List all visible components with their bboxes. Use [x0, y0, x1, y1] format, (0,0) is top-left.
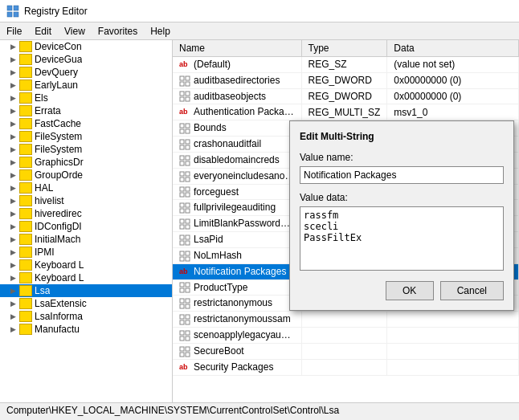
expand-icon[interactable]: ▶: [6, 222, 19, 230]
svg-rect-25: [186, 172, 190, 176]
expand-icon[interactable]: ▶: [6, 274, 19, 282]
cell-name: abAuthentication Packages: [173, 104, 301, 120]
expand-icon[interactable]: ▶: [6, 197, 19, 205]
svg-rect-49: [186, 283, 190, 287]
tree-item[interactable]: ▶InitialMach: [0, 233, 172, 246]
table-row[interactable]: SecureBoot: [173, 343, 519, 359]
tree-item[interactable]: ▶EarlyLaun: [0, 79, 172, 92]
tree-item[interactable]: ▶Els: [0, 92, 172, 104]
expand-icon[interactable]: ▶: [6, 81, 19, 89]
svg-rect-7: [186, 82, 190, 86]
expand-icon[interactable]: ▶: [6, 120, 19, 128]
tree-item[interactable]: ▶IPMI: [0, 246, 172, 259]
tree-item[interactable]: ▶GraphicsDr: [0, 156, 172, 169]
status-text: Computer\HKEY_LOCAL_MACHINE\SYSTEM\Curre…: [6, 405, 339, 416]
svg-rect-60: [180, 331, 184, 335]
edit-multistring-dialog: Edit Multi-String Value name: Value data…: [289, 120, 514, 311]
expand-icon[interactable]: ▶: [6, 312, 19, 320]
expand-icon[interactable]: ▶: [6, 325, 19, 333]
cell-type: REG_DWORD: [301, 72, 387, 88]
tree-item[interactable]: ▶hiveredirec: [0, 207, 172, 220]
expand-icon[interactable]: ▶: [6, 43, 19, 51]
ok-button[interactable]: OK: [386, 281, 434, 300]
expand-icon[interactable]: ▶: [6, 133, 19, 141]
expand-icon[interactable]: ▶: [6, 300, 19, 308]
svg-rect-62: [180, 336, 184, 340]
app-icon: [6, 5, 19, 18]
svg-rect-36: [180, 219, 184, 223]
table-row[interactable]: auditbaseobjectsREG_DWORD0x00000000 (0): [173, 88, 519, 104]
svg-rect-58: [180, 320, 184, 324]
tree-item[interactable]: ▶Errata: [0, 104, 172, 117]
dialog-title: Edit Multi-String: [300, 131, 504, 142]
tree-item[interactable]: ▶Keyboard L: [0, 259, 172, 271]
reg-grid-icon: [179, 330, 190, 341]
tree-item[interactable]: ▶LsaInforma: [0, 310, 172, 323]
tree-item[interactable]: ▶FileSystem: [0, 143, 172, 156]
folder-icon: [19, 157, 32, 168]
table-row[interactable]: abSecurity Packages: [173, 359, 519, 375]
tree-item[interactable]: ▶DeviceCon: [0, 40, 172, 53]
expand-icon[interactable]: ▶: [6, 261, 19, 269]
cell-type: [301, 343, 387, 359]
tree-item[interactable]: ▶Lsa: [0, 284, 172, 297]
tree-item[interactable]: ▶HAL: [0, 181, 172, 194]
value-name-input[interactable]: [300, 166, 504, 184]
expand-icon[interactable]: ▶: [6, 248, 19, 256]
expand-icon[interactable]: ▶: [6, 235, 19, 243]
menu-item-view[interactable]: View: [58, 24, 92, 38]
svg-rect-2: [7, 12, 12, 17]
reg-ab-icon: ab: [179, 267, 190, 278]
svg-rect-50: [180, 288, 184, 292]
tree-item-label: hiveredirec: [35, 208, 82, 219]
folder-icon: [19, 92, 32, 104]
col-name: Name: [173, 40, 301, 57]
tree-item[interactable]: ▶IDConfigDI: [0, 220, 172, 233]
tree-item[interactable]: ▶Keyboard L: [0, 271, 172, 284]
expand-icon[interactable]: ▶: [6, 210, 19, 218]
tree-item[interactable]: ▶Manufactu: [0, 323, 172, 336]
value-data-textarea[interactable]: [300, 206, 504, 271]
tree-item[interactable]: ▶FileSystem: [0, 130, 172, 143]
table-row[interactable]: restrictanonymoussam: [173, 312, 519, 328]
table-row[interactable]: abAuthentication PackagesREG_MULTI_SZmsv…: [173, 104, 519, 120]
menu-item-file[interactable]: File: [0, 24, 28, 38]
cancel-button[interactable]: Cancel: [440, 281, 504, 300]
table-row[interactable]: ab(Default)REG_SZ(value not set): [173, 57, 519, 73]
tree-item[interactable]: ▶DevQuery: [0, 66, 172, 79]
tree-item[interactable]: ▶FastCache: [0, 117, 172, 130]
svg-rect-19: [186, 145, 190, 149]
svg-rect-26: [180, 177, 184, 181]
svg-rect-57: [186, 315, 190, 319]
svg-rect-51: [186, 288, 190, 292]
tree-item[interactable]: ▶hivelist: [0, 194, 172, 207]
table-row[interactable]: auditbasedirectoriesREG_DWORD0x00000000 …: [173, 72, 519, 88]
cell-name: restrictanonymous: [173, 296, 301, 312]
tree-item-label: hivelist: [35, 195, 64, 206]
expand-icon[interactable]: ▶: [6, 94, 19, 102]
menu-item-edit[interactable]: Edit: [28, 24, 58, 38]
tree-item-label: Errata: [35, 105, 61, 116]
menu-item-help[interactable]: Help: [144, 24, 177, 38]
expand-icon[interactable]: ▶: [6, 68, 19, 76]
expand-icon[interactable]: ▶: [6, 158, 19, 166]
menu-item-favorites[interactable]: Favorites: [92, 24, 144, 38]
expand-icon[interactable]: ▶: [6, 287, 19, 295]
expand-icon[interactable]: ▶: [6, 55, 19, 63]
tree-item-label: FileSystem: [35, 144, 82, 155]
cell-type: REG_MULTI_SZ: [301, 104, 387, 120]
tree-item[interactable]: ▶GroupOrde: [0, 169, 172, 181]
cell-name: scenoapplylegacyauditpc: [173, 328, 301, 344]
svg-rect-10: [180, 97, 184, 101]
expand-icon[interactable]: ▶: [6, 145, 19, 153]
table-row[interactable]: scenoapplylegacyauditpc: [173, 328, 519, 344]
expand-icon[interactable]: ▶: [6, 184, 19, 192]
tree-item[interactable]: ▶LsaExtensic: [0, 297, 172, 310]
expand-icon[interactable]: ▶: [6, 107, 19, 115]
reg-grid-icon: [179, 346, 190, 357]
folder-icon: [19, 118, 32, 129]
expand-icon[interactable]: ▶: [6, 171, 19, 179]
tree-item[interactable]: ▶DeviceGua: [0, 53, 172, 66]
tree-panel[interactable]: ▶DeviceCon▶DeviceGua▶DevQuery▶EarlyLaun▶…: [0, 40, 173, 402]
folder-icon: [19, 234, 32, 245]
